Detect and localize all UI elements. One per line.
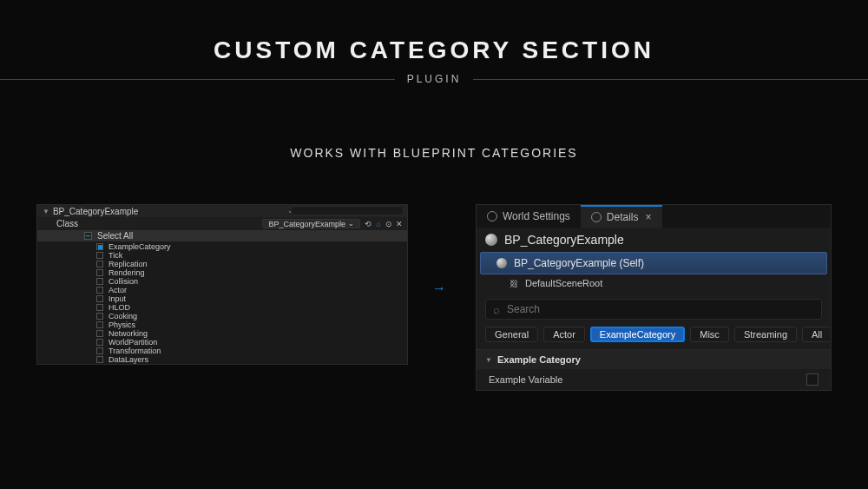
category-item[interactable]: Input <box>96 294 407 303</box>
category-item[interactable]: DataLayers <box>96 355 407 364</box>
chevron-down-icon: ▼ <box>485 356 492 364</box>
select-all-checkbox[interactable]: − <box>84 232 92 240</box>
tab-label: World Settings <box>503 210 570 222</box>
select-all-label: Select All <box>97 231 133 241</box>
variable-checkbox[interactable] <box>806 373 819 386</box>
header-wide-dropdown[interactable] <box>291 206 404 215</box>
use-icon[interactable]: ⊙ <box>385 220 393 228</box>
globe-icon <box>487 211 497 221</box>
category-checkbox[interactable] <box>96 243 103 250</box>
page-subtitle: PLUGIN <box>395 73 474 85</box>
category-checkbox[interactable] <box>96 330 103 337</box>
category-item-label: Cooking <box>108 312 137 320</box>
filter-button[interactable]: Streaming <box>734 327 797 342</box>
category-checkbox[interactable] <box>96 356 103 363</box>
category-item-label: HLOD <box>108 303 130 312</box>
category-item[interactable]: Collision <box>96 277 407 286</box>
category-item[interactable]: Actor <box>96 286 407 294</box>
tab-details[interactable]: Details × <box>581 205 662 228</box>
search-box[interactable]: ⌕ <box>485 299 822 320</box>
variable-name: Example Variable <box>489 374 562 385</box>
category-item-label: Tick <box>108 251 122 260</box>
filter-button[interactable]: General <box>485 327 538 342</box>
category-item[interactable]: Rendering <box>96 268 407 277</box>
find-icon[interactable]: ⌂ <box>374 220 383 228</box>
category-item[interactable]: Physics <box>96 320 407 329</box>
category-checkbox[interactable] <box>96 321 103 328</box>
category-item-label: WorldPartition <box>108 338 157 347</box>
divider-right <box>473 79 868 80</box>
chevron-down-icon: ⌄ <box>348 220 354 228</box>
category-selector-panel: ▼ BP_CategoryExample ⌄ Class BP_Category… <box>36 204 408 365</box>
select-all-row[interactable]: − Select All <box>37 230 407 241</box>
category-item[interactable]: WorldPartition <box>96 338 407 347</box>
category-item-label: DataLayers <box>108 355 148 364</box>
details-panel: World Settings Details × BP_CategoryExam… <box>476 204 832 391</box>
category-item-label: Input <box>108 294 126 303</box>
category-item[interactable]: Cooking <box>96 312 407 320</box>
scene-root-row[interactable]: ⛓ DefaultSceneRoot <box>477 274 831 292</box>
chevron-down-icon: ▼ <box>43 208 49 215</box>
globe-icon <box>591 212 602 222</box>
page-title: CUSTOM CATEGORY SECTION <box>0 36 868 64</box>
scene-root-icon: ⛓ <box>510 279 518 288</box>
category-checkbox[interactable] <box>96 287 103 294</box>
category-checkbox[interactable] <box>96 295 103 302</box>
component-name-row: BP_CategoryExample <box>477 228 831 252</box>
actor-icon <box>496 258 507 268</box>
category-item-label: Rendering <box>108 268 145 277</box>
category-item-label: Transformation <box>108 347 161 355</box>
actor-icon <box>485 234 497 246</box>
category-item-label: ExampleCategory <box>108 242 171 251</box>
panel-header-label: BP_CategoryExample <box>53 207 138 216</box>
category-item[interactable]: HLOD <box>96 303 407 312</box>
component-name: BP_CategoryExample <box>504 233 624 247</box>
category-item[interactable]: Tick <box>96 251 407 260</box>
category-item[interactable]: Transformation <box>96 347 407 355</box>
category-item-label: Physics <box>108 320 135 329</box>
search-input[interactable] <box>507 303 814 315</box>
scene-root-label: DefaultSceneRoot <box>525 278 602 288</box>
category-checkbox[interactable] <box>96 278 103 285</box>
category-item-label: Networking <box>108 329 148 338</box>
category-item-label: Actor <box>108 286 127 294</box>
filter-bar: GeneralActorExampleCategoryMiscStreaming… <box>477 325 831 349</box>
selected-component-label: BP_CategoryExample (Self) <box>514 257 644 269</box>
category-checkbox[interactable] <box>96 347 103 354</box>
filter-button[interactable]: ExampleCategory <box>590 327 685 342</box>
clear-icon[interactable]: ✕ <box>395 220 404 228</box>
class-dropdown-label: BP_CategoryExample <box>268 220 345 228</box>
category-header[interactable]: ▼ Example Category <box>477 349 831 369</box>
class-label: Class <box>56 219 78 228</box>
category-checkbox[interactable] <box>96 269 103 276</box>
filter-button[interactable]: All <box>802 327 832 342</box>
browse-icon[interactable]: ⟲ <box>364 220 372 228</box>
category-checkbox[interactable] <box>96 252 103 259</box>
category-list: ExampleCategoryTickReplicationRenderingC… <box>37 241 407 364</box>
close-icon[interactable]: × <box>646 211 652 223</box>
subtitle-row: PLUGIN <box>0 73 868 85</box>
tab-world-settings[interactable]: World Settings <box>477 205 581 228</box>
filter-button[interactable]: Actor <box>543 327 585 342</box>
class-row: Class BP_CategoryExample ⌄ ⟲ ⌂ ⊙ ✕ <box>37 217 407 230</box>
category-checkbox[interactable] <box>96 304 103 311</box>
category-item[interactable]: ExampleCategory <box>96 242 407 251</box>
category-item[interactable]: Networking <box>96 329 407 338</box>
category-checkbox[interactable] <box>96 339 103 346</box>
arrow-right-icon: → <box>432 281 446 296</box>
category-item[interactable]: Replication <box>96 260 407 268</box>
selected-component-row[interactable]: BP_CategoryExample (Self) <box>480 252 827 274</box>
category-item-label: Replication <box>108 260 148 268</box>
category-header-label: Example Category <box>497 354 581 365</box>
panel-header[interactable]: ▼ BP_CategoryExample ⌄ <box>37 205 407 217</box>
variable-row: Example Variable <box>477 369 831 390</box>
tagline: WORKS WITH BLUEPRINT CATEGORIES <box>0 146 868 160</box>
class-dropdown[interactable]: BP_CategoryExample ⌄ <box>262 219 360 228</box>
category-checkbox[interactable] <box>96 261 103 268</box>
filter-button[interactable]: Misc <box>690 327 729 342</box>
category-checkbox[interactable] <box>96 313 103 320</box>
divider-left <box>0 79 395 80</box>
tab-label: Details <box>607 211 639 223</box>
category-item-label: Collision <box>108 277 138 286</box>
search-icon: ⌕ <box>493 303 500 316</box>
